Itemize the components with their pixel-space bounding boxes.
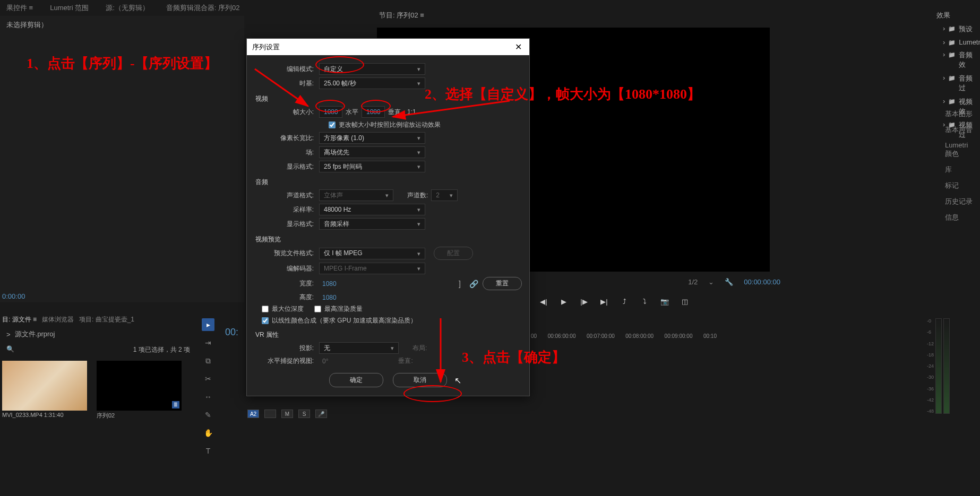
lift-icon[interactable]: ⤴ <box>619 296 630 307</box>
panel-libraries[interactable]: 库 <box>940 162 980 178</box>
chevron-icon: › <box>943 38 945 46</box>
track-select-tool[interactable]: ⇥ <box>202 336 214 349</box>
frame-height-input[interactable] <box>362 106 385 118</box>
extract-icon[interactable]: ⤵ <box>639 296 650 307</box>
video-display-label: 显示格式: <box>254 162 319 171</box>
effects-header: 效果 <box>932 8 980 22</box>
tab-project-2[interactable]: 项目: 曲宝提瓷壶_1 <box>79 315 134 324</box>
edit-mode-select[interactable]: 自定义 <box>319 63 425 75</box>
panel-markers[interactable]: 标记 <box>940 178 980 194</box>
channel-count-label: 声道数: <box>404 191 431 200</box>
timeline-ruler[interactable]: 0000:06:00:0000:07:00:0000:08:00:0000:09… <box>531 333 717 339</box>
mute-button[interactable]: M <box>281 410 293 418</box>
zoom-level[interactable]: 1/2 <box>688 278 698 286</box>
fx-audio-trans[interactable]: ›音频过 <box>932 72 980 95</box>
program-timecode: 00:00:00:00 <box>744 278 780 286</box>
tab-audio-mixer[interactable]: 音频剪辑混合器: 序列02 <box>160 1 246 15</box>
preview-file-select[interactable]: 仅 I 帧 MPEG <box>319 248 425 259</box>
source-timecode: 0:00:00 <box>0 290 27 302</box>
hcapture-label: 水平捕捉的视图: <box>254 356 319 366</box>
tab-media-browser[interactable]: 媒体浏览器 <box>42 315 74 324</box>
folder-icon <box>948 74 956 93</box>
chevron-icon[interactable]: > <box>6 330 11 338</box>
zoom-dropdown-icon[interactable]: ⌄ <box>708 278 714 286</box>
fx-lumetri[interactable]: ›Lumetr <box>932 36 980 48</box>
preview-file-label: 预览文件格式: <box>254 249 319 258</box>
fields-select[interactable]: 高场优先 <box>319 146 425 158</box>
chevron-icon: › <box>943 24 945 34</box>
type-tool[interactable]: T <box>202 445 214 457</box>
fields-label: 场: <box>254 148 319 157</box>
export-frame-icon[interactable]: 📷 <box>659 296 670 307</box>
edit-mode-label: 编辑模式: <box>254 65 319 74</box>
tab-lumetri-scopes[interactable]: Lumetri 范围 <box>44 1 95 15</box>
preview-height-value[interactable]: 1080 <box>319 294 340 301</box>
chevron-icon: › <box>943 74 945 93</box>
track-a2[interactable]: A2 <box>247 410 259 418</box>
chevron-down-icon <box>417 149 420 156</box>
play-icon[interactable]: ▶ <box>558 296 569 307</box>
panel-lumetri-color[interactable]: Lumetri 颜色 <box>940 138 980 162</box>
chevron-down-icon <box>417 80 420 87</box>
projection-label: 投影: <box>254 344 319 353</box>
sequence-label: 序列02 <box>97 412 182 420</box>
solo-button[interactable]: S <box>298 410 310 418</box>
voiceover-icon[interactable]: 🎤 <box>315 410 327 418</box>
search-icon[interactable]: 🔍 <box>6 345 14 354</box>
preview-width-value[interactable]: 1080 <box>319 280 340 288</box>
clip-thumbnail[interactable] <box>2 361 87 411</box>
video-display-select[interactable]: 25 fps 时间码 <box>319 161 425 172</box>
chevron-down-icon <box>417 206 420 213</box>
folder-icon <box>948 50 956 69</box>
pixel-ar-label: 像素长宽比: <box>254 134 319 143</box>
layout-label: 布局: <box>409 344 430 353</box>
max-depth-checkbox[interactable]: 最大位深度 <box>262 304 304 314</box>
panel-essential-graphics[interactable]: 基本图形 <box>940 106 980 122</box>
sequence-settings-dialog: 序列设置 ✕ 编辑模式: 自定义 时基: 25.00 帧/秒 视频 帧大小: 水… <box>246 38 530 396</box>
timeline-timecode[interactable]: 00: <box>225 327 238 338</box>
chevron-down-icon <box>417 134 420 142</box>
sample-rate-select[interactable]: 48000 Hz <box>319 204 425 215</box>
cancel-button[interactable]: 取消 <box>393 373 447 387</box>
pixel-ar-select[interactable]: 方形像素 (1.0) <box>319 132 425 144</box>
go-next-icon[interactable]: ▶| <box>599 296 609 307</box>
fx-presets[interactable]: ›预设 <box>932 22 980 36</box>
chevron-down-icon <box>391 344 394 352</box>
ripple-tool[interactable]: ⧉ <box>202 354 214 367</box>
link-icon[interactable]: 🔗 <box>465 280 483 288</box>
selection-tool[interactable]: ▸ <box>202 318 214 331</box>
folder-icon <box>948 24 956 34</box>
step-fwd-icon[interactable]: |▶ <box>579 296 589 307</box>
track-toggle[interactable] <box>264 410 276 418</box>
reset-button[interactable]: 重置 <box>483 277 522 290</box>
fx-audio-fx[interactable]: ›音频效 <box>932 48 980 72</box>
panel-info[interactable]: 信息 <box>940 210 980 225</box>
panel-history[interactable]: 历史记录 <box>940 194 980 210</box>
ok-button[interactable]: 确定 <box>329 373 383 387</box>
wrench-icon[interactable]: 🔧 <box>725 278 733 286</box>
slip-tool[interactable]: ↔ <box>202 390 214 403</box>
step-back-icon[interactable]: ◀| <box>538 296 549 307</box>
pen-tool[interactable]: ✎ <box>202 408 214 421</box>
tab-effect-controls[interactable]: 果控件 ≡ <box>0 1 39 15</box>
audio-display-select[interactable]: 音频采样 <box>319 218 425 230</box>
scale-motion-checkbox[interactable]: 更改帧大小时按照比例缩放运动效果 <box>329 120 441 129</box>
vcapture-label: 垂直: <box>395 356 416 366</box>
close-icon[interactable]: ✕ <box>513 42 524 52</box>
hand-tool[interactable]: ✋ <box>202 427 214 439</box>
sequence-thumbnail[interactable]: ≣ <box>97 361 182 411</box>
razor-tool[interactable]: ✂ <box>202 372 214 385</box>
linear-color-checkbox[interactable]: 以线性颜色合成（要求 GPU 加速或最高渲染品质） <box>262 316 417 325</box>
compare-icon[interactable]: ◫ <box>680 296 690 307</box>
cursor-icon: ↖ <box>454 376 461 386</box>
tab-project-source[interactable]: 目: 源文件 ≡ <box>2 315 37 324</box>
timebase-select[interactable]: 25.00 帧/秒 <box>319 77 425 89</box>
channel-format-select: 立体声 <box>319 189 393 201</box>
tab-source[interactable]: 源:（无剪辑） <box>99 1 156 15</box>
max-quality-checkbox[interactable]: 最高渲染质量 <box>314 304 363 314</box>
projection-select[interactable]: 无 <box>319 342 399 354</box>
video-section: 视频 <box>255 94 522 103</box>
frame-width-input[interactable] <box>319 106 342 118</box>
panel-essential-sound[interactable]: 基本声音 <box>940 122 980 138</box>
horizontal-label: 水平 <box>342 108 362 117</box>
